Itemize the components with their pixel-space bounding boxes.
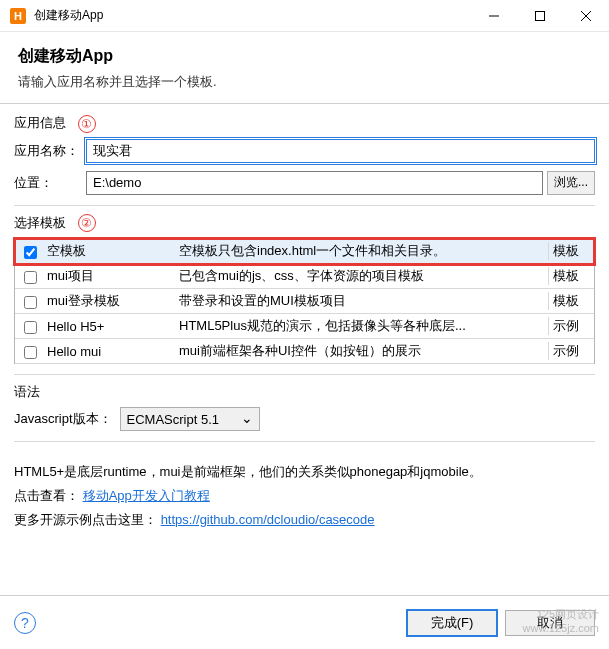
template-checkbox[interactable] [24,246,37,259]
app-info-label-text: 应用信息 [14,115,66,130]
template-desc: 带登录和设置的MUI模板项目 [175,292,548,310]
help-button[interactable]: ? [14,612,36,634]
dialog-header: 创建移动App 请输入应用名称并且选择一个模板. [0,32,609,104]
svg-rect-1 [536,11,545,20]
annotation-2: ② [78,214,96,232]
info-line-3: 更多开源示例点击这里： https://github.com/dcloudio/… [14,508,595,532]
table-row[interactable]: mui登录模板 带登录和设置的MUI模板项目 模板 [15,289,594,314]
app-name-label: 应用名称： [14,142,86,160]
template-checkbox[interactable] [24,296,37,309]
table-row[interactable]: mui项目 已包含mui的js、css、字体资源的项目模板 模板 [15,264,594,289]
app-info-label: 应用信息 ① [14,114,595,133]
template-type: 模板 [548,242,594,260]
divider [14,374,595,375]
dialog-content: 应用信息 ① 应用名称： 位置： 浏览... 选择模板 ② 空模板 空模板只包含… [0,104,609,542]
close-icon [581,11,591,21]
template-type: 模板 [548,292,594,310]
close-button[interactable] [563,0,609,32]
cancel-button[interactable]: 取消 [505,610,595,636]
template-table: 空模板 空模板只包含index.html一个文件和相关目录。 模板 mui项目 … [14,238,595,364]
app-icon: H [10,8,26,24]
info-block: HTML5+是底层runtime，mui是前端框架，他们的关系类似phonega… [14,460,595,532]
minimize-button[interactable] [471,0,517,32]
info-line-2-prefix: 点击查看： [14,488,79,503]
template-desc: mui前端框架各种UI控件（如按钮）的展示 [175,342,548,360]
dialog-subtitle: 请输入应用名称并且选择一个模板. [18,73,591,91]
window-title: 创建移动App [34,7,471,24]
syntax-group-label: 语法 [14,383,595,401]
dialog-title: 创建移动App [18,46,591,67]
browse-button[interactable]: 浏览... [547,171,595,195]
template-name: 空模板 [45,242,175,260]
template-type: 示例 [548,317,594,335]
template-group-label-text: 选择模板 [14,215,66,230]
template-name: mui项目 [45,267,175,285]
titlebar: H 创建移动App [0,0,609,32]
tutorial-link[interactable]: 移动App开发入门教程 [83,488,210,503]
template-name: mui登录模板 [45,292,175,310]
finish-button[interactable]: 完成(F) [407,610,497,636]
template-group-label: 选择模板 ② [14,214,595,233]
maximize-icon [535,11,545,21]
location-label: 位置： [14,174,86,192]
info-line-3-prefix: 更多开源示例点击这里： [14,512,157,527]
table-row[interactable]: Hello mui mui前端框架各种UI控件（如按钮）的展示 示例 [15,339,594,364]
window-controls [471,0,609,32]
template-checkbox[interactable] [24,346,37,359]
js-version-select[interactable]: ECMAScript 5.1 [120,407,260,431]
template-desc: 已包含mui的js、css、字体资源的项目模板 [175,267,548,285]
template-desc: HTML5Plus规范的演示，包括摄像头等各种底层... [175,317,548,335]
template-checkbox[interactable] [24,271,37,284]
maximize-button[interactable] [517,0,563,32]
js-version-label: Javascript版本： [14,410,112,428]
template-desc: 空模板只包含index.html一个文件和相关目录。 [175,242,548,260]
help-icon: ? [21,615,29,631]
template-type: 示例 [548,342,594,360]
info-line-1: HTML5+是底层runtime，mui是前端框架，他们的关系类似phonega… [14,460,595,484]
info-line-2: 点击查看： 移动App开发入门教程 [14,484,595,508]
divider [14,205,595,206]
template-name: Hello mui [45,344,175,359]
table-row[interactable]: 空模板 空模板只包含index.html一个文件和相关目录。 模板 [15,239,594,264]
template-type: 模板 [548,267,594,285]
github-link[interactable]: https://github.com/dcloudio/casecode [161,512,375,527]
location-input[interactable] [86,171,543,195]
template-name: Hello H5+ [45,319,175,334]
annotation-1: ① [78,115,96,133]
app-name-row: 应用名称： [14,139,595,163]
js-version-row: Javascript版本： ECMAScript 5.1 [14,407,595,431]
app-name-input[interactable] [86,139,595,163]
dialog-footer: ? 完成(F) 取消 [0,595,609,649]
location-row: 位置： 浏览... [14,171,595,195]
template-checkbox[interactable] [24,321,37,334]
divider [14,441,595,442]
table-row[interactable]: Hello H5+ HTML5Plus规范的演示，包括摄像头等各种底层... 示… [15,314,594,339]
minimize-icon [489,11,499,21]
